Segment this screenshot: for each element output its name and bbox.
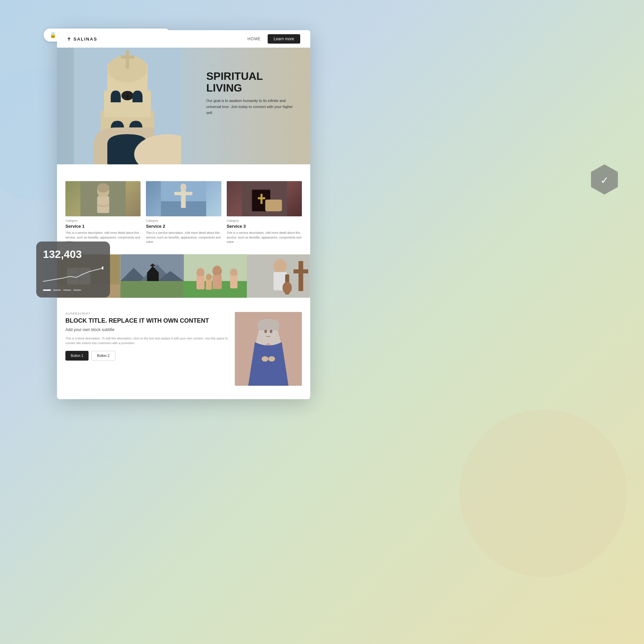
- svg-rect-24: [265, 200, 282, 211]
- lock-icon: 🔒: [50, 32, 56, 38]
- bg-shape-right: [460, 409, 627, 577]
- svg-rect-50: [206, 280, 212, 290]
- hero-section: SPIRITUAL LIVING Our goal is to awaken h…: [57, 44, 310, 164]
- church-tower-svg: [74, 44, 181, 164]
- hero-subtitle: Our goal is to awaken humanity to its in…: [206, 98, 300, 116]
- hero-text-area: SPIRITUAL LIVING Our goal is to awaken h…: [206, 70, 300, 116]
- service-image-3: [227, 181, 302, 216]
- svg-rect-23: [258, 197, 265, 199]
- service-name-3: Service 3: [227, 224, 302, 229]
- svg-point-18: [180, 183, 186, 191]
- bottom-text: SUPERSCRIPT BLOCK TITLE. REPLACE IT WITH…: [65, 312, 228, 386]
- superscript-label: SUPERSCRIPT: [65, 312, 228, 315]
- stats-number: 132,403: [43, 248, 103, 261]
- svg-rect-12: [97, 196, 109, 213]
- stats-dot-2: [53, 289, 61, 291]
- hero-title-line1: SPIRITUAL: [206, 70, 263, 82]
- svg-point-13: [97, 183, 109, 193]
- service-card-1: Category Service 1 This is a service des…: [65, 181, 141, 245]
- hero-church-image: [74, 44, 181, 164]
- svg-rect-56: [299, 261, 303, 291]
- block-title: BLOCK TITLE. REPLACE IT WITH OWN CONTENT: [65, 317, 228, 325]
- bottom-mary-image: [235, 312, 302, 386]
- stats-dot-4: [73, 289, 81, 291]
- bottom-button-2[interactable]: Button 2: [91, 351, 115, 361]
- svg-rect-38: [150, 265, 155, 266]
- hero-title: SPIRITUAL LIVING: [206, 70, 300, 94]
- svg-rect-57: [293, 269, 308, 273]
- svg-point-49: [206, 274, 212, 280]
- service-image-1: [65, 181, 141, 216]
- website-mockup: ✝ SALINAS HOME Learn more: [57, 30, 310, 399]
- block-subtitle: Add your own block subtitle: [65, 327, 228, 332]
- svg-point-62: [270, 330, 272, 333]
- svg-rect-6: [121, 55, 134, 59]
- service-image-2: [146, 181, 221, 216]
- svg-rect-39: [120, 281, 184, 298]
- svg-point-55: [283, 282, 292, 294]
- service-category-1: Category: [65, 219, 141, 222]
- svg-point-64: [268, 356, 275, 362]
- service-desc-2: This is a service description. Add more …: [146, 231, 221, 245]
- security-badge: ✓: [591, 164, 618, 195]
- svg-rect-44: [196, 276, 204, 289]
- svg-point-65: [102, 266, 103, 270]
- stats-dot-1: [43, 289, 51, 291]
- security-check-icon: ✓: [600, 174, 609, 186]
- svg-rect-48: [230, 276, 237, 288]
- gallery-image-4: [247, 254, 310, 298]
- logo-cross-icon: ✝: [67, 37, 71, 42]
- bottom-button-1[interactable]: Button 1: [65, 351, 89, 361]
- service-category-3: Category: [227, 219, 302, 222]
- logo-text: SALINAS: [73, 37, 97, 42]
- stats-widget: 132,403: [36, 241, 110, 298]
- stats-chart: [43, 265, 103, 285]
- site-nav: ✝ SALINAS HOME Learn more: [57, 30, 310, 48]
- service-name-2: Service 2: [146, 224, 221, 229]
- svg-point-43: [196, 268, 204, 277]
- block-description: This is a block description. To edit thi…: [65, 336, 228, 346]
- svg-point-45: [212, 266, 222, 276]
- nav-cta-button[interactable]: Learn more: [268, 34, 300, 44]
- stats-dots: [43, 289, 103, 291]
- hero-title-line2: LIVING: [206, 82, 242, 94]
- service-card-3: Category Service 3 This is a service des…: [227, 181, 302, 245]
- gallery-image-2: [120, 254, 184, 298]
- stats-dot-3: [63, 289, 71, 291]
- svg-point-63: [262, 356, 268, 362]
- svg-rect-17: [174, 192, 193, 195]
- service-category-2: Category: [146, 219, 221, 222]
- bottom-buttons: Button 1 Button 2: [65, 351, 228, 361]
- svg-rect-46: [212, 275, 222, 289]
- service-card-2: Category Service 2 This is a service des…: [146, 181, 221, 245]
- service-name-1: Service 1: [65, 224, 141, 229]
- nav-links: HOME Learn more: [248, 34, 300, 44]
- gallery-image-3: [184, 254, 247, 298]
- svg-rect-5: [126, 50, 129, 69]
- svg-point-52: [274, 259, 287, 273]
- nav-home-link[interactable]: HOME: [248, 37, 261, 41]
- services-grid: Category Service 1 This is a service des…: [65, 181, 302, 245]
- service-desc-3: This is a service description. Add more …: [227, 231, 302, 245]
- svg-point-61: [264, 330, 267, 333]
- nav-logo: ✝ SALINAS: [67, 37, 97, 42]
- bottom-section: SUPERSCRIPT BLOCK TITLE. REPLACE IT WITH…: [57, 302, 310, 396]
